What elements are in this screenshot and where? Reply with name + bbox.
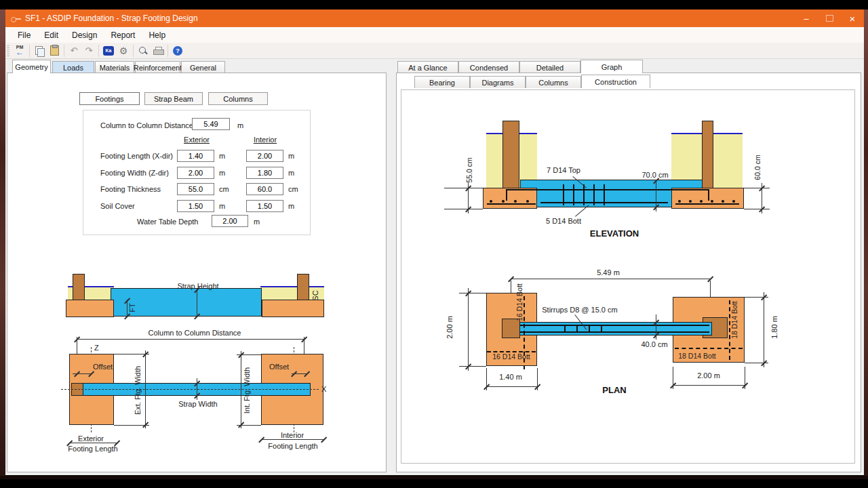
strap-width-dim: 40.0 cm [634, 340, 675, 348]
dim-line [511, 279, 710, 279]
rebar-line [675, 348, 743, 349]
extension-line [459, 366, 486, 367]
plan-drawing: 5.49 m 16 D14 Bott 16 D14 Bott 18 D14 Bo… [0, 0, 868, 488]
span-dim: 5.49 m [588, 268, 629, 277]
int-bars-vertical-label: 18 D14 Bott [730, 300, 738, 340]
stirrup-line [589, 325, 590, 333]
dim-line [673, 385, 745, 386]
dim-line [486, 386, 537, 387]
int-bars-horizontal-label: 18 D14 Bott [675, 352, 719, 360]
ext-bars-vertical-label: 16 D14 Bott [515, 283, 524, 322]
ext-length-dim: 1.40 m [490, 373, 531, 381]
plan-title: PLAN [587, 385, 642, 395]
side-rebar [509, 325, 709, 326]
stirrup-line [576, 325, 578, 333]
int-length-dim: 2.00 m [688, 371, 729, 380]
ext-bars-horizontal-label: 16 D14 Bott [490, 352, 533, 361]
screen: SF1 - ASDIP Foundation - Strap Footing D… [0, 0, 868, 488]
ext-width-dim: 2.00 m [446, 307, 454, 348]
dim-line [468, 288, 469, 371]
tab-graph[interactable]: Graph [580, 60, 643, 73]
strap-beam-plan [505, 322, 712, 336]
stirrup-line [601, 325, 602, 333]
tab-geometry[interactable]: Geometry [12, 60, 51, 73]
subtab-construction[interactable]: Construction [581, 75, 650, 88]
stirrups-label: Stirrups D8 @ 15.0 cm [539, 306, 620, 314]
side-rebar [509, 331, 709, 333]
stirrup-line [564, 325, 566, 333]
extension-line [459, 293, 486, 293]
int-width-dim: 1.80 m [770, 307, 778, 348]
dim-line [764, 292, 764, 367]
